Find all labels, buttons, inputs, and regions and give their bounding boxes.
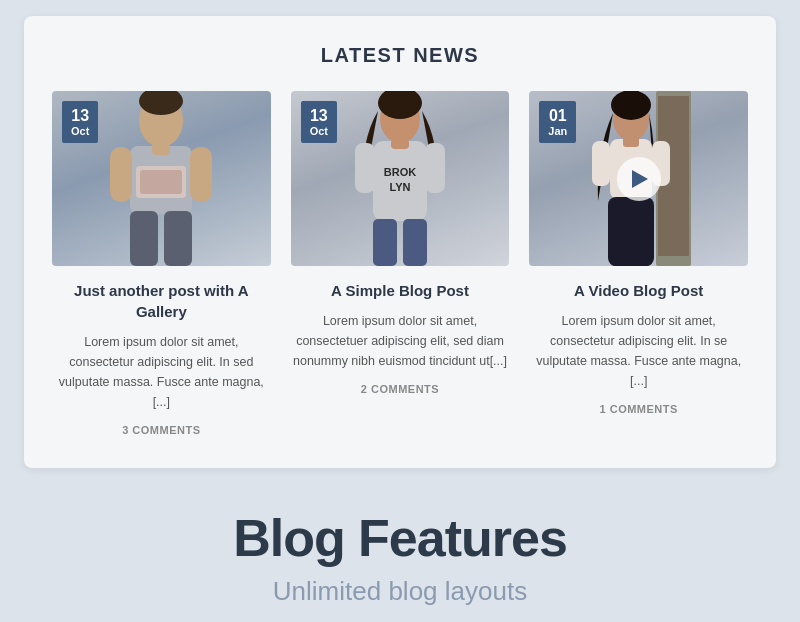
svg-rect-4 <box>140 170 182 194</box>
svg-rect-17 <box>391 139 409 149</box>
svg-rect-9 <box>164 211 192 266</box>
svg-rect-6 <box>190 147 212 202</box>
post-comments-2[interactable]: 2 COMMENTS <box>361 383 439 395</box>
svg-rect-15 <box>355 143 375 193</box>
date-badge-1: 13 Oct <box>62 101 98 143</box>
svg-rect-18 <box>373 219 397 266</box>
svg-text:LYN: LYN <box>390 181 411 193</box>
bottom-section: Blog Features Unlimited blog layouts <box>0 468 800 622</box>
date-badge-3: 01 Jan <box>539 101 576 143</box>
post-card-1: 13 Oct Just another post with A Gallery … <box>52 91 271 436</box>
posts-grid: 13 Oct Just another post with A Gallery … <box>52 91 748 436</box>
svg-rect-29 <box>610 246 628 266</box>
post-excerpt-1: Lorem ipsum dolor sit amet, consectetur … <box>52 332 271 412</box>
svg-rect-28 <box>623 137 639 147</box>
svg-rect-8 <box>130 211 158 266</box>
post-image-3[interactable]: 01 Jan <box>529 91 748 266</box>
post-image-2[interactable]: BROK LYN 13 Oct <box>291 91 510 266</box>
svg-rect-19 <box>403 219 427 266</box>
post-comments-1[interactable]: 3 COMMENTS <box>122 424 200 436</box>
post-card-3: 01 Jan A Video Blog Post Lorem ipsum dol… <box>529 91 748 436</box>
date-badge-2: 13 Oct <box>301 101 337 143</box>
svg-rect-26 <box>592 141 610 186</box>
section-title: LATEST NEWS <box>52 44 748 67</box>
svg-rect-30 <box>634 246 652 266</box>
svg-rect-16 <box>425 143 445 193</box>
post-excerpt-2: Lorem ipsum dolor sit amet, consectetuer… <box>291 311 510 371</box>
post-excerpt-3: Lorem ipsum dolor sit amet, consectetur … <box>529 311 748 391</box>
post-card-2: BROK LYN 13 Oct <box>291 91 510 436</box>
post-title-2[interactable]: A Simple Blog Post <box>331 280 469 301</box>
svg-point-23 <box>611 91 651 120</box>
post-image-1[interactable]: 13 Oct <box>52 91 271 266</box>
latest-news-section: LATEST NEWS <box>24 16 776 468</box>
post-title-3[interactable]: A Video Blog Post <box>574 280 703 301</box>
svg-rect-5 <box>110 147 132 202</box>
svg-rect-7 <box>152 143 170 155</box>
post-title-1[interactable]: Just another post with A Gallery <box>52 280 271 322</box>
blog-features-heading: Blog Features <box>24 508 776 568</box>
svg-text:BROK: BROK <box>384 166 416 178</box>
post-comments-3[interactable]: 1 COMMENTS <box>600 403 678 415</box>
blog-features-subheading: Unlimited blog layouts <box>24 576 776 607</box>
video-play-icon[interactable] <box>617 157 661 201</box>
